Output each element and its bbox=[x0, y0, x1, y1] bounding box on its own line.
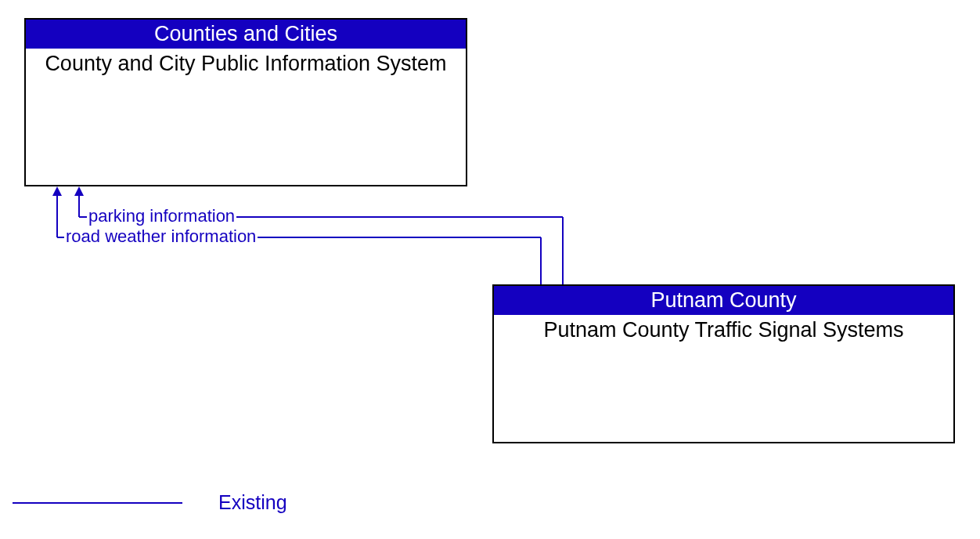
box-body-top: County and City Public Information Syste… bbox=[26, 49, 466, 79]
legend-label-existing: Existing bbox=[218, 491, 287, 514]
box-body-bottom: Putnam County Traffic Signal Systems bbox=[494, 315, 953, 345]
flow-label-parking: parking information bbox=[87, 207, 236, 226]
svg-marker-7 bbox=[52, 186, 62, 196]
box-counties-and-cities: Counties and Cities County and City Publ… bbox=[24, 18, 467, 186]
box-putnam-county: Putnam County Putnam County Traffic Sign… bbox=[492, 284, 955, 443]
box-header-top: Counties and Cities bbox=[26, 20, 466, 49]
legend-line-existing bbox=[13, 502, 182, 504]
svg-marker-3 bbox=[74, 186, 84, 196]
box-header-bottom: Putnam County bbox=[494, 286, 953, 315]
flow-label-road-weather: road weather information bbox=[64, 227, 258, 246]
